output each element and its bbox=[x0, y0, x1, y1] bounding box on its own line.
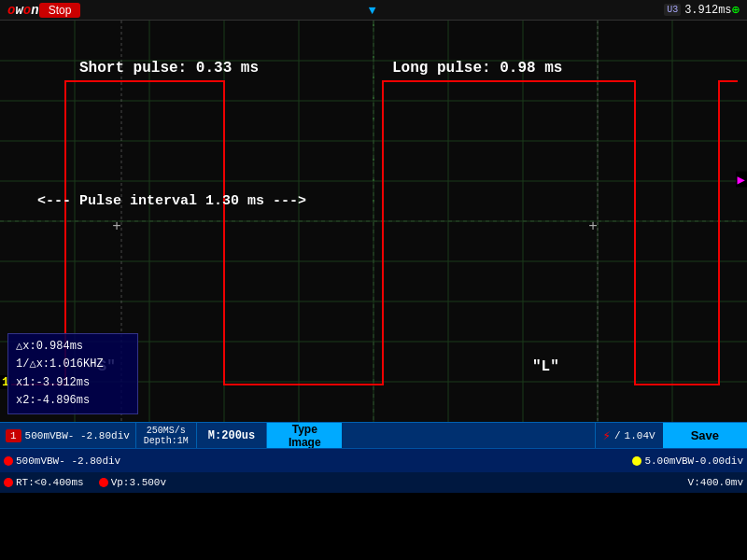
svg-rect-28 bbox=[373, 200, 374, 202]
bottom-row3: RT:<0.400ms Vp:3.500v V:400.0mv bbox=[0, 472, 747, 493]
wifi-icon: ⊕ bbox=[732, 2, 740, 18]
bottom-row2: 500mVBW- -2.80div 5.00mVBW-0.00div bbox=[0, 448, 747, 472]
v-label: V:400.0mv bbox=[688, 477, 743, 488]
ch1-dot bbox=[4, 456, 13, 466]
ch1-settings-row2: 500mVBW- -2.80div bbox=[16, 455, 120, 467]
rt-info: RT:<0.400ms bbox=[4, 477, 84, 488]
v-info: V:400.0mv bbox=[688, 477, 743, 488]
ch1-row2: 500mVBW- -2.80div bbox=[4, 455, 120, 467]
inv-delta-x: 1/△x:1.016KHZ bbox=[16, 356, 130, 373]
l-label: "L" bbox=[532, 358, 559, 375]
bottom-row1: 1 500mVBW- -2.80div 250MS/s Depth:1M M:2… bbox=[0, 422, 747, 448]
sample-rate: 250MS/s bbox=[147, 426, 186, 436]
bottom-bar: 1 500mVBW- -2.80div 250MS/s Depth:1M M:2… bbox=[0, 422, 747, 493]
ch1-info: 1 500mVBW- -2.80div bbox=[0, 423, 136, 448]
rt-label: RT:<0.400ms bbox=[16, 477, 84, 488]
svg-rect-27 bbox=[373, 179, 374, 181]
trigger-slope: / bbox=[614, 430, 621, 441]
sample-rate-box: 250MS/s Depth:1M bbox=[136, 423, 197, 448]
svg-rect-21 bbox=[373, 24, 374, 26]
ch1-label: 1 bbox=[6, 429, 21, 442]
trigger-value: 1.04V bbox=[625, 430, 655, 441]
time-display: U3 3.912ms bbox=[664, 4, 731, 17]
stop-button[interactable]: Stop bbox=[39, 3, 81, 18]
short-pulse-label: Short pulse: 0.33 ms bbox=[79, 60, 259, 77]
x2-value: x2:-4.896ms bbox=[16, 392, 130, 410]
delta-x: △x:0.984ms bbox=[16, 338, 130, 356]
scope-screen: + + Short pulse: 0.33 ms Long pulse: 0.9… bbox=[0, 21, 747, 422]
app-logo: owon bbox=[7, 3, 39, 18]
svg-rect-24 bbox=[373, 97, 374, 99]
timebase-box: M:200us bbox=[197, 423, 267, 448]
trigger-dot: ⚡ bbox=[603, 427, 611, 443]
vp-label: Vp:3.500v bbox=[111, 477, 166, 488]
vp-info: Vp:3.500v bbox=[99, 477, 166, 488]
rt-dot bbox=[4, 478, 13, 487]
svg-text:+: + bbox=[588, 218, 598, 235]
svg-rect-23 bbox=[373, 77, 374, 78]
svg-rect-26 bbox=[373, 159, 374, 161]
type-image-button[interactable]: Type Image bbox=[267, 423, 342, 448]
time-value: 3.912ms bbox=[684, 4, 731, 17]
type-label: Type bbox=[292, 423, 317, 436]
ch2-settings-row2: 5.00mVBW-0.00div bbox=[644, 455, 743, 467]
top-bar: owon Stop ▼ U3 3.912ms ⊕ bbox=[0, 0, 747, 21]
pulse-interval-label: <--- Pulse interval 1.30 ms ---> bbox=[37, 193, 306, 209]
ch2-row2: 5.00mVBW-0.00div bbox=[632, 455, 743, 467]
measurements-box: △x:0.984ms 1/△x:1.016KHZ x1:-3.912ms x2:… bbox=[7, 333, 138, 414]
image-label: Image bbox=[289, 436, 321, 449]
svg-rect-22 bbox=[373, 56, 374, 58]
ch1-settings: 500mVBW- -2.80div bbox=[25, 430, 130, 441]
svg-text:+: + bbox=[112, 218, 121, 235]
depth: Depth:1M bbox=[144, 436, 189, 446]
ch2-dot bbox=[632, 456, 641, 466]
svg-rect-25 bbox=[373, 118, 374, 119]
trigger-info: ⚡ / 1.04V bbox=[595, 423, 663, 448]
right-marker: ▶ bbox=[736, 172, 747, 188]
save-button[interactable]: Save bbox=[663, 423, 747, 448]
long-pulse-label: Long pulse: 0.98 ms bbox=[392, 60, 562, 77]
vp-dot bbox=[99, 478, 108, 487]
u-icon: U3 bbox=[664, 4, 681, 16]
x1-value: x1:-3.912ms bbox=[16, 374, 130, 392]
timebase: M:200us bbox=[208, 429, 255, 442]
